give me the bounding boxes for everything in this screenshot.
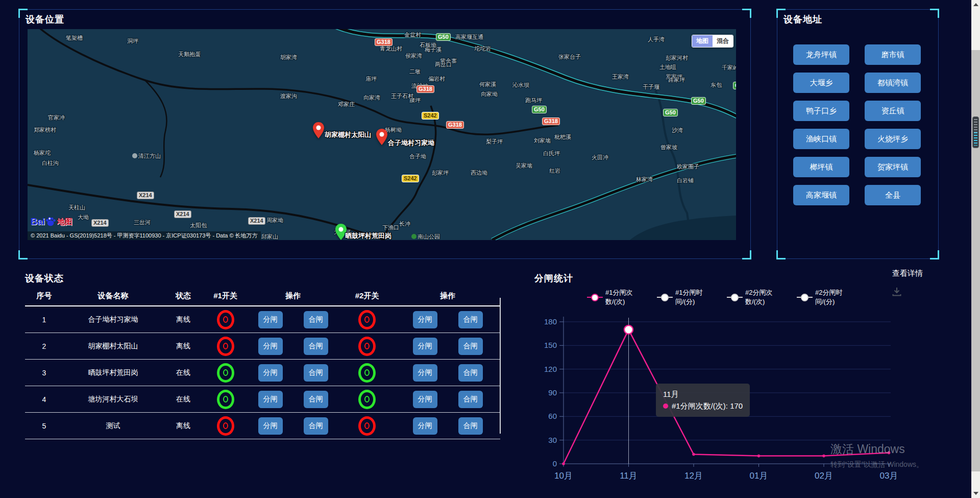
switch1-indicator — [204, 363, 247, 383]
legend-item-#2分闸次数/(次)[interactable]: #2分闸次数/(次) — [727, 288, 788, 306]
map-place-label: 曾家坡 — [660, 144, 677, 151]
cell-index: 4 — [25, 395, 63, 404]
svg-text:0: 0 — [553, 459, 557, 468]
address-button-龙舟坪镇[interactable]: 龙舟坪镇 — [793, 44, 849, 65]
op-button-分闸[interactable]: 分闸 — [413, 391, 437, 408]
map-place-label: 沙湾 — [672, 127, 683, 134]
table-scrollbar[interactable] — [500, 298, 501, 434]
device-address-panel: 设备地址 龙舟坪镇磨市镇大堰乡都镇湾镇鸭子口乡资丘镇渔峡口镇火烧坪乡榔坪镇贺家坪… — [777, 9, 939, 259]
op-button-分闸[interactable]: 分闸 — [258, 391, 283, 408]
legend-line — [739, 297, 743, 298]
map-place-label: 两岔口 — [435, 61, 452, 68]
map-place-label: 火田冲 — [592, 154, 608, 161]
device-status-title: 设备状态 — [25, 272, 64, 284]
address-button-鸭子口乡[interactable]: 鸭子口乡 — [793, 101, 849, 121]
scenic-icon — [132, 153, 137, 158]
svg-text:180: 180 — [544, 317, 557, 326]
op-button-分闸[interactable]: 分闸 — [413, 338, 437, 355]
map-pin-胡家棚村太阳山[interactable] — [313, 122, 324, 138]
cell-operations: 分闸合闸 — [247, 338, 339, 355]
corner-accent — [930, 9, 939, 18]
map-place-label: 庙坪 — [365, 75, 377, 83]
scrollbar-up-button[interactable] — [971, 0, 980, 50]
cell-operations: 分闸合闸 — [395, 364, 500, 382]
status-ring-core — [223, 316, 228, 323]
address-button-榔坪镇[interactable]: 榔坪镇 — [793, 157, 849, 177]
cell-device-name: 胡家棚村太阳山 — [63, 342, 163, 351]
switch2-indicator — [339, 310, 395, 329]
legend-item-#2分闸时间/(分)[interactable]: #2分闸时间/(分) — [797, 288, 857, 306]
map-place-label: 梨子坪 — [486, 138, 503, 146]
trip-stats-chart[interactable]: 030609012015018010月11月12月01月02月03月 — [538, 305, 926, 489]
op-button-分闸[interactable]: 分闸 — [258, 311, 283, 328]
baidu-logo-map-text: 地图 — [57, 217, 72, 227]
cell-status: 离线 — [163, 315, 204, 324]
table-row: 4塘坊河村大石坝在线分闸合闸分闸合闸 — [25, 386, 500, 413]
road-badge-G318: G318 — [542, 117, 560, 125]
svg-text:150: 150 — [544, 341, 557, 349]
map-type-option-混合[interactable]: 混合 — [713, 35, 733, 47]
map-type-control[interactable]: 地图混合 — [692, 35, 733, 48]
op-button-合闸[interactable]: 合闸 — [304, 311, 328, 328]
map-place-label: 天柱山 — [68, 204, 85, 211]
op-button-分闸[interactable]: 分闸 — [258, 364, 283, 382]
legend-item-#1分闸次数/(次)[interactable]: #1分闸次数/(次) — [587, 288, 648, 306]
op-button-合闸[interactable]: 合闸 — [304, 364, 328, 382]
op-button-分闸[interactable]: 分闸 — [258, 417, 283, 435]
address-button-磨市镇[interactable]: 磨市镇 — [865, 44, 921, 65]
cell-operations: 分闸合闸 — [395, 311, 500, 328]
map-type-option-地图[interactable]: 地图 — [692, 35, 713, 47]
address-button-火烧坪乡[interactable]: 火烧坪乡 — [865, 129, 921, 149]
road-badge-G318: G318 — [416, 85, 434, 93]
status-ring-core — [223, 369, 228, 376]
road-badge-S242: S242 — [422, 112, 439, 120]
op-button-分闸[interactable]: 分闸 — [413, 311, 437, 328]
address-button-渔峡口镇[interactable]: 渔峡口镇 — [793, 129, 849, 149]
op-button-合闸[interactable]: 合闸 — [458, 364, 483, 382]
address-button-高家堰镇[interactable]: 高家堰镇 — [793, 185, 849, 205]
page-scrollbar[interactable] — [971, 0, 980, 498]
address-button-全县[interactable]: 全县 — [865, 185, 921, 205]
status-ring-core — [364, 422, 370, 429]
cell-status: 离线 — [163, 342, 204, 351]
download-icon[interactable] — [891, 286, 902, 299]
op-button-分闸[interactable]: 分闸 — [413, 364, 437, 382]
monitoring-dashboard: 设备位置 笔架槽洞坪天鹅抱蛋胡家湾高家堰互通梅子溪紫金寨二墩流沙坡沁水坝腰坪跑马… — [0, 0, 980, 498]
scrollbar-thumb[interactable] — [972, 116, 979, 148]
status-ring-off — [217, 416, 234, 436]
svg-text:60: 60 — [548, 412, 557, 420]
legend-item-#1分闸时间/(分)[interactable]: #1分闸时间/(分) — [657, 288, 718, 306]
address-button-都镇湾镇[interactable]: 都镇湾镇 — [865, 73, 921, 93]
address-button-资丘镇[interactable]: 资丘镇 — [865, 101, 921, 121]
map-place-label: 白氏坪 — [543, 150, 560, 157]
address-button-大堰乡[interactable]: 大堰乡 — [793, 73, 849, 93]
map-place-label: 路家坪 — [668, 76, 685, 84]
op-button-合闸[interactable]: 合闸 — [458, 391, 483, 408]
svg-text:90: 90 — [548, 388, 557, 397]
op-button-合闸[interactable]: 合闸 — [304, 417, 328, 435]
legend-circle — [801, 294, 808, 301]
device-address-title: 设备地址 — [783, 13, 822, 26]
view-details-link[interactable]: 查看详情 — [892, 269, 923, 278]
op-button-合闸[interactable]: 合闸 — [458, 338, 483, 355]
map-pin-合子坳村习家坳[interactable] — [376, 129, 387, 145]
table-header-设备名称: 设备名称 — [63, 291, 163, 301]
op-button-合闸[interactable]: 合闸 — [304, 338, 328, 355]
scrollbar-down-button[interactable] — [971, 471, 980, 498]
op-button-分闸[interactable]: 分闸 — [258, 338, 283, 355]
op-button-分闸[interactable]: 分闸 — [413, 417, 437, 435]
op-button-合闸[interactable]: 合闸 — [458, 417, 483, 435]
operation-buttons: 分闸合闸 — [258, 311, 328, 328]
map-place-label: 青龙山村 — [380, 45, 402, 53]
op-button-合闸[interactable]: 合闸 — [304, 391, 328, 408]
status-ring-core — [364, 369, 370, 376]
baidu-map[interactable]: 笔架槽洞坪天鹅抱蛋胡家湾高家堰互通梅子溪紫金寨二墩流沙坡沁水坝腰坪跑马坪渡家沟邓… — [28, 29, 736, 240]
map-place-label: 胡家湾 — [280, 54, 297, 61]
op-button-合闸[interactable]: 合闸 — [458, 311, 483, 328]
road-badge-G318: G318 — [375, 38, 393, 46]
table-header-序号: 序号 — [25, 291, 63, 301]
cell-device-name: 合子坳村习家坳 — [63, 315, 163, 324]
road-badge-X214: X214 — [137, 192, 154, 199]
address-button-贺家坪镇[interactable]: 贺家坪镇 — [865, 157, 921, 177]
trip-stats-title: 分闸统计 — [534, 272, 573, 284]
